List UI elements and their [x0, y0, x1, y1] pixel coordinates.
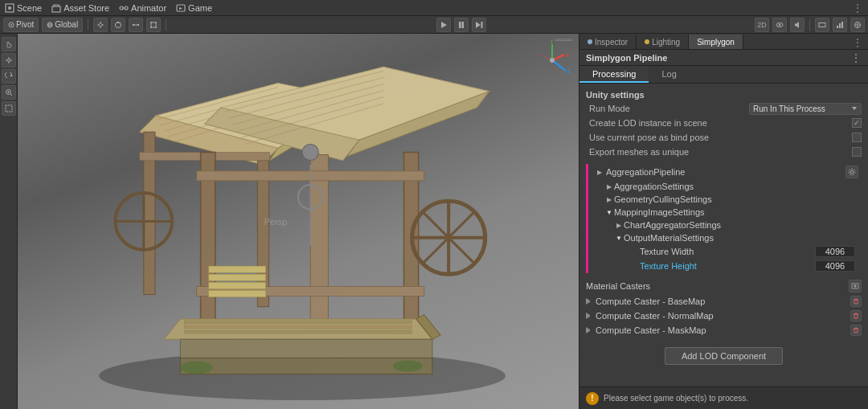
processing-tab[interactable]: Processing — [579, 66, 649, 83]
run-mode-dropdown[interactable]: Run In This Process — [749, 103, 862, 115]
svg-point-9 — [10, 24, 12, 26]
left-panel — [0, 34, 18, 409]
export-meshes-label: Export meshes as unique — [586, 147, 852, 157]
global-button[interactable]: Global — [42, 18, 83, 32]
output-mat-indent: ▼ OutputMaterialSettings — [595, 233, 714, 243]
hand-tool-button[interactable] — [2, 37, 16, 51]
maskmap-caster-item[interactable]: Compute Caster - MaskMap — [579, 323, 868, 337]
geometry-culling-indent: ▶ GeometryCullingSettings — [595, 194, 712, 204]
scene-tab[interactable]: Scene — [5, 3, 42, 13]
create-lod-label: Create LOD instance in scene — [586, 118, 852, 128]
simplygon-content: Unity settings Run Mode Run In This Proc… — [579, 84, 868, 387]
chart-aggregator-item[interactable]: ▶ ChartAggregatorSettings — [592, 219, 862, 231]
hand-icon — [5, 40, 13, 48]
gizmos-button[interactable] — [850, 18, 865, 32]
aspect-ratio-button[interactable] — [815, 18, 829, 32]
right-panel-menu[interactable]: ⋮ — [847, 36, 868, 49]
game-label: Game — [188, 3, 212, 13]
simplygon-subtabs: Processing Log — [579, 66, 868, 84]
simplygon-tab[interactable]: Simplygon — [689, 35, 743, 49]
output-material-item[interactable]: ▼ OutputMaterialSettings — [592, 231, 862, 244]
output-mat-label: OutputMaterialSettings — [624, 233, 714, 243]
step-button[interactable] — [472, 18, 486, 32]
svg-marker-7 — [179, 7, 182, 10]
aggregation-pipeline-item[interactable]: ▶ AggregationPipeline — [592, 164, 862, 180]
global-icon — [47, 22, 53, 28]
inspector-tab-label: Inspector — [595, 38, 628, 47]
maskmap-delete-button[interactable] — [850, 325, 862, 336]
svg-point-4 — [125, 6, 128, 10]
rotate-button[interactable] — [2, 69, 16, 84]
audio-button[interactable] — [790, 18, 805, 32]
topbar-menu-dots[interactable]: ⋮ — [852, 2, 863, 14]
pipeline-settings-icon[interactable]: ⋮ — [850, 52, 862, 63]
material-casters-add-button[interactable] — [849, 280, 862, 292]
add-lod-button[interactable]: Add LOD Component — [665, 347, 783, 365]
use-pose-checkbox[interactable] — [852, 133, 862, 142]
game-tab[interactable]: Game — [176, 3, 212, 13]
visibility-button[interactable] — [772, 18, 787, 32]
material-casters-header: Material Casters — [579, 278, 868, 294]
svg-rect-28 — [459, 22, 461, 28]
texture-width-input[interactable]: 4096 — [815, 246, 855, 257]
create-lod-checkbox[interactable] — [852, 118, 862, 128]
gizmo-svg: X Y Z — [532, 40, 572, 80]
lighting-tab[interactable]: Lighting — [637, 35, 689, 49]
export-meshes-row: Export meshes as unique — [579, 145, 868, 159]
normalmap-delete-button[interactable] — [850, 310, 862, 321]
svg-point-113 — [849, 169, 855, 175]
pipeline-gear-button[interactable] — [845, 166, 858, 178]
log-tab[interactable]: Log — [649, 66, 689, 83]
rotate-icon — [114, 21, 122, 29]
play-button[interactable] — [436, 18, 451, 32]
texture-width-row: Texture Width 4096 — [592, 244, 862, 259]
animator-tab[interactable]: Animator — [119, 3, 166, 13]
svg-point-3 — [120, 6, 123, 10]
texture-width-label: Texture Width — [640, 247, 815, 256]
inspector-tab[interactable]: Inspector — [579, 35, 637, 49]
viewport-options[interactable]: ═══ — [555, 35, 572, 44]
pause-button[interactable] — [454, 18, 469, 32]
stats-button[interactable] — [833, 18, 847, 32]
viewport[interactable]: Persp X Y Z ═══ — [18, 34, 579, 409]
svg-marker-44 — [6, 59, 8, 62]
aggregation-settings-item[interactable]: ▶ AggregationSettings — [592, 180, 862, 193]
viewport-gizmo[interactable]: X Y Z — [532, 40, 572, 80]
run-mode-value: Run In This Process — [753, 104, 825, 113]
svg-rect-2 — [52, 6, 60, 12]
rect-icon — [149, 21, 158, 29]
output-mat-arrow: ▼ — [614, 233, 624, 243]
svg-marker-30 — [476, 22, 481, 28]
move-tool-button[interactable] — [93, 18, 108, 32]
texture-height-input[interactable]: 4096 — [815, 260, 855, 272]
step-icon — [475, 21, 483, 29]
rect-tool-button[interactable] — [146, 18, 161, 32]
scale-tool-button[interactable] — [129, 18, 143, 32]
normalmap-caster-item[interactable]: Compute Caster - NormalMap — [579, 309, 868, 323]
move-button[interactable] — [2, 53, 16, 67]
svg-rect-83 — [184, 330, 411, 333]
asset-store-tab[interactable]: Asset Store — [51, 3, 109, 13]
main-area: Persp X Y Z ═══ Inspector — [0, 34, 868, 409]
two-d-button[interactable]: 2D — [755, 18, 769, 32]
mapping-image-item[interactable]: ▼ MappingImageSettings — [592, 206, 862, 219]
geometry-culling-item[interactable]: ▶ GeometryCullingSettings — [592, 193, 862, 206]
use-pose-row: Use current pose as bind pose — [579, 130, 868, 145]
maskmap-label: Compute Caster - MaskMap — [596, 325, 847, 335]
basemap-caster-item[interactable]: Compute Caster - BaseMap — [579, 294, 868, 309]
svg-marker-15 — [97, 23, 100, 26]
select-icon — [5, 104, 13, 112]
select-button[interactable] — [2, 101, 16, 116]
svg-rect-21 — [137, 24, 139, 26]
pause-icon — [457, 21, 465, 29]
log-tab-label: Log — [661, 69, 676, 79]
basemap-delete-button[interactable] — [850, 296, 862, 307]
lighting-tab-label: Lighting — [652, 38, 680, 47]
export-meshes-checkbox[interactable] — [852, 147, 862, 157]
zoom-button[interactable] — [2, 85, 16, 100]
lighting-dot — [645, 39, 649, 44]
add-lod-area: Add LOD Component — [579, 341, 868, 371]
rotate-tool-button[interactable] — [111, 18, 125, 32]
pivot-button[interactable]: Pivot — [3, 18, 39, 32]
svg-rect-36 — [837, 26, 838, 28]
